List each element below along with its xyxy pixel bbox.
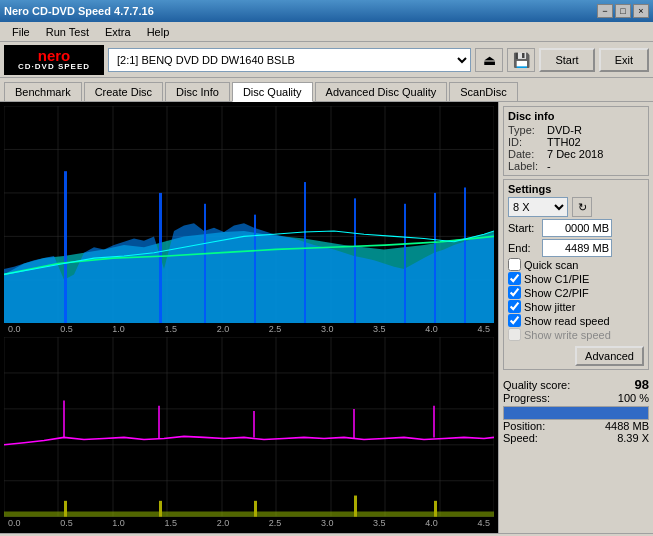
speed-select[interactable]: 8 X [508, 197, 568, 217]
show-write-speed-checkbox[interactable] [508, 328, 521, 341]
position-row: Position: 4488 MB [503, 420, 649, 432]
close-button[interactable]: × [633, 4, 649, 18]
nero-logo-text: nero [38, 48, 71, 63]
show-c1-checkbox[interactable] [508, 272, 521, 285]
type-value: DVD-R [547, 124, 582, 136]
speed-label-quality: Speed: [503, 432, 538, 444]
disc-info-section: Disc info Type: DVD-R ID: TTH02 Date: 7 … [503, 106, 649, 176]
show-write-speed-row: Show write speed [508, 328, 644, 341]
x-label-25: 2.5 [269, 323, 282, 335]
svg-rect-27 [464, 187, 466, 323]
menu-run-test[interactable]: Run Test [38, 24, 97, 40]
refresh-button[interactable]: ↻ [572, 197, 592, 217]
position-value: 4488 MB [605, 420, 649, 432]
progress-bar-fill [504, 407, 648, 419]
tab-scan-disc[interactable]: ScanDisc [449, 82, 517, 101]
quality-score-label: Quality score: [503, 379, 570, 391]
x-label-3: 3.0 [321, 323, 334, 335]
eject-button[interactable]: ⏏ [475, 48, 503, 72]
tab-advanced-disc-quality[interactable]: Advanced Disc Quality [315, 82, 448, 101]
window-controls: − □ × [597, 4, 649, 18]
settings-title: Settings [508, 183, 644, 195]
bx-label-05: 0.5 [60, 517, 73, 529]
tab-disc-quality[interactable]: Disc Quality [232, 82, 313, 102]
svg-rect-59 [354, 496, 357, 517]
chart-area: 100 80 60 40 20 0.0 0.5 1.0 1.5 2.0 2.5 … [0, 102, 498, 533]
advanced-button[interactable]: Advanced [575, 346, 644, 366]
start-field-row: Start: [508, 219, 644, 237]
start-button[interactable]: Start [539, 48, 594, 72]
bx-label-15: 1.5 [164, 517, 177, 529]
advanced-btn-container: Advanced [508, 344, 644, 366]
quick-scan-label: Quick scan [524, 259, 578, 271]
x-label-35: 3.5 [373, 323, 386, 335]
progress-bar [503, 406, 649, 420]
show-c2-row: Show C2/PIF [508, 286, 644, 299]
quick-scan-row: Quick scan [508, 258, 644, 271]
nero-logo: nero CD·DVD SPEED [4, 45, 104, 75]
bx-label-35: 3.5 [373, 517, 386, 529]
tab-benchmark[interactable]: Benchmark [4, 82, 82, 101]
top-chart: 100 80 60 40 20 [4, 106, 494, 323]
id-value: TTH02 [547, 136, 581, 148]
bx-label-0: 0.0 [8, 517, 21, 529]
tab-bar: Benchmark Create Disc Disc Info Disc Qua… [0, 78, 653, 101]
save-button[interactable]: 💾 [507, 48, 535, 72]
x-label-4: 4.0 [425, 323, 438, 335]
show-jitter-label: Show jitter [524, 301, 575, 313]
speed-row: 8 X ↻ [508, 197, 644, 217]
date-value: 7 Dec 2018 [547, 148, 603, 160]
end-field[interactable] [542, 239, 612, 257]
date-label: Date: [508, 148, 543, 160]
disc-type-row: Type: DVD-R [508, 124, 644, 136]
menu-help[interactable]: Help [139, 24, 178, 40]
disc-info-title: Disc info [508, 110, 644, 122]
quick-scan-checkbox[interactable] [508, 258, 521, 271]
show-read-speed-label: Show read speed [524, 315, 610, 327]
minimize-button[interactable]: − [597, 4, 613, 18]
tab-disc-info[interactable]: Disc Info [165, 82, 230, 101]
quality-score-row: Quality score: 98 [503, 377, 649, 392]
menu-extra[interactable]: Extra [97, 24, 139, 40]
bx-label-45: 4.5 [477, 517, 490, 529]
show-c1-label: Show C1/PIE [524, 273, 589, 285]
exit-button[interactable]: Exit [599, 48, 649, 72]
label-value: - [547, 160, 551, 172]
toolbar: nero CD·DVD SPEED [2:1] BENQ DVD DD DW16… [0, 42, 653, 78]
x-label-45: 4.5 [477, 323, 490, 335]
show-c2-label: Show C2/PIF [524, 287, 589, 299]
show-c2-checkbox[interactable] [508, 286, 521, 299]
menu-file[interactable]: File [4, 24, 38, 40]
quality-score-value: 98 [635, 377, 649, 392]
progress-value: 100 % [618, 392, 649, 404]
drive-selector[interactable]: [2:1] BENQ DVD DD DW1640 BSLB [108, 48, 471, 72]
maximize-button[interactable]: □ [615, 4, 631, 18]
bx-label-1: 1.0 [112, 517, 125, 529]
app-title: Nero CD-DVD Speed 4.7.7.16 [4, 5, 154, 17]
disc-id-row: ID: TTH02 [508, 136, 644, 148]
show-read-speed-checkbox[interactable] [508, 314, 521, 327]
start-label: Start: [508, 222, 538, 234]
show-write-speed-label: Show write speed [524, 329, 611, 341]
start-field[interactable] [542, 219, 612, 237]
settings-section: Settings 8 X ↻ Start: End: Quick scan [503, 179, 649, 370]
bottom-chart [4, 337, 494, 517]
progress-label-row: Progress: 100 % [503, 392, 649, 404]
svg-rect-21 [204, 204, 206, 324]
nero-logo-subtitle: CD·DVD SPEED [18, 63, 90, 71]
svg-rect-56 [64, 501, 67, 517]
tab-create-disc[interactable]: Create Disc [84, 82, 163, 101]
svg-rect-57 [159, 501, 162, 517]
bottom-x-axis: 0.0 0.5 1.0 1.5 2.0 2.5 3.0 3.5 4.0 4.5 [4, 517, 494, 529]
svg-rect-60 [434, 501, 437, 517]
svg-rect-24 [354, 198, 356, 323]
speed-value-quality: 8.39 X [617, 432, 649, 444]
x-label-2: 2.0 [217, 323, 230, 335]
show-c1-row: Show C1/PIE [508, 272, 644, 285]
show-jitter-checkbox[interactable] [508, 300, 521, 313]
bx-label-3: 3.0 [321, 517, 334, 529]
speed-row-quality: Speed: 8.39 X [503, 432, 649, 444]
end-label: End: [508, 242, 538, 254]
bx-label-2: 2.0 [217, 517, 230, 529]
right-panel: Disc info Type: DVD-R ID: TTH02 Date: 7 … [498, 102, 653, 533]
